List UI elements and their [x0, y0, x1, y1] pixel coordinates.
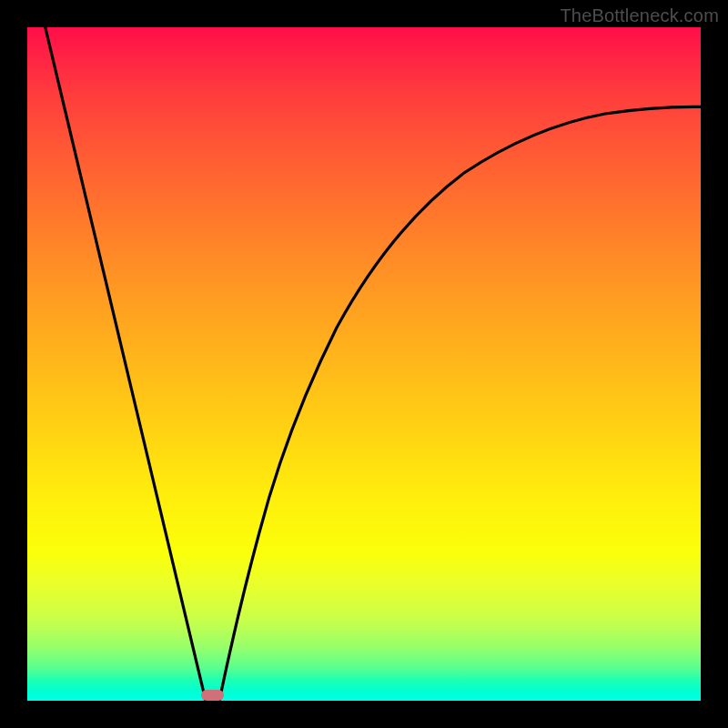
- minimum-marker: [201, 690, 224, 701]
- plot-area: [27, 27, 701, 701]
- watermark-text: TheBottleneck.com: [560, 5, 719, 26]
- chart-stage: TheBottleneck.com: [0, 0, 728, 728]
- curve-layer: [27, 27, 701, 701]
- left-branch-line: [41, 27, 206, 701]
- right-branch-curve: [219, 106, 701, 701]
